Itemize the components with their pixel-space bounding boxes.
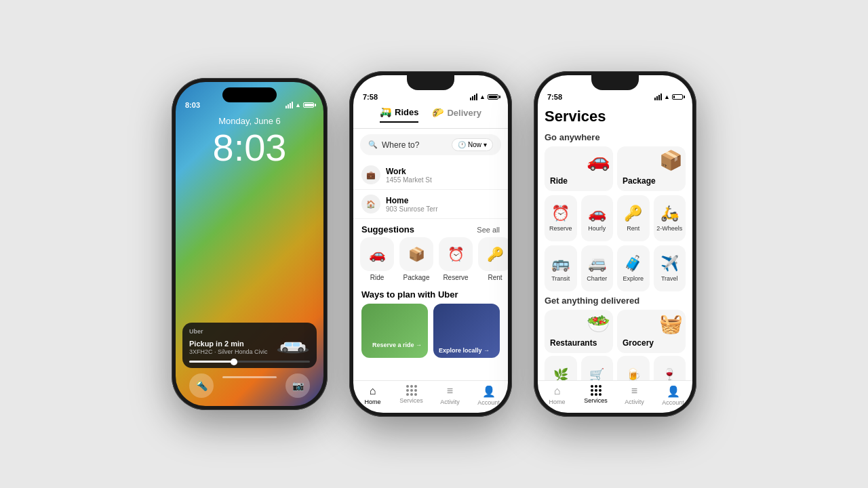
sugg-reserve[interactable]: ⏰ Reserve xyxy=(439,237,473,281)
wifi-icon-services: ▲ xyxy=(664,94,670,100)
work-icon: 💼 xyxy=(361,165,380,184)
clock-icon: 🕐 xyxy=(458,141,466,148)
grocery-big-icon: 🧺 xyxy=(659,312,683,335)
notif-title: Pickup in 2 min xyxy=(189,340,268,348)
nav-activity-services[interactable]: ≡ Activity xyxy=(615,385,654,406)
home-nav-label: Home xyxy=(364,399,380,405)
transit-small-icon: 🚌 xyxy=(551,255,570,272)
sugg-rent[interactable]: 🔑 Rent xyxy=(478,237,508,281)
delivery-small-4[interactable]: 🍷 xyxy=(654,356,686,380)
account-nav-icon: 👤 xyxy=(482,385,496,398)
delivery-big-cards: Restaurants 🥗 Grocery 🧺 xyxy=(545,310,686,353)
hourly-small-label: Hourly xyxy=(588,225,606,232)
lock-date: Monday, June 6 xyxy=(176,116,323,126)
chevron-down-icon: ▾ xyxy=(484,141,487,148)
progress-fill xyxy=(189,361,231,363)
torch-button[interactable]: 🔦 xyxy=(189,373,214,398)
services-nav-label: Services xyxy=(399,397,423,404)
delivery-small-1[interactable]: 🌿 xyxy=(545,356,577,380)
bottom-nav-services: ⌂ Home Services ≡ Activity 👤 xyxy=(538,380,692,413)
status-time: 8:03 xyxy=(185,101,200,109)
ways-card-reserve[interactable]: Reserve a ride → xyxy=(361,304,428,358)
services-big-cards: Ride 🚗 Package 📦 xyxy=(545,146,686,191)
transit-small-label: Transit xyxy=(551,275,570,282)
delivery-small-3[interactable]: 🍺 xyxy=(617,356,650,380)
home-info: Home 903 Sunrose Terr xyxy=(386,196,500,213)
svg-rect-4 xyxy=(293,343,300,347)
nav-home-services[interactable]: ⌂ Home xyxy=(538,385,576,406)
camera-button[interactable]: 📷 xyxy=(285,373,310,398)
destination-work[interactable]: 💼 Work 1455 Market St xyxy=(353,161,508,190)
ways-card-explore[interactable]: Explore locally → xyxy=(433,304,500,358)
sugg-rent-label: Rent xyxy=(488,274,502,281)
search-bar[interactable]: 🔍 Where to? 🕐 Now ▾ xyxy=(360,134,501,155)
work-name: Work xyxy=(386,167,500,176)
sugg-package[interactable]: 📦 Package xyxy=(399,237,433,281)
phone-lockscreen: 8:03 ▲ Monday, June 6 8:03 xyxy=(172,78,328,410)
ways-title: Ways to plan with Uber xyxy=(361,289,500,300)
nav-services-rides[interactable]: Services xyxy=(392,385,431,406)
status-time-services: 7:58 xyxy=(547,93,562,101)
destination-home[interactable]: 🏠 Home 903 Sunrose Terr xyxy=(353,190,508,219)
sugg-reserve-icon: ⏰ xyxy=(439,237,473,271)
nav-home-rides[interactable]: ⌂ Home xyxy=(353,385,392,406)
reserve-small-card[interactable]: ⏰ Reserve xyxy=(545,195,577,241)
see-all-button[interactable]: See all xyxy=(477,226,500,234)
ways-section: Ways to plan with Uber Reserve a ride → … xyxy=(353,287,508,361)
uber-notification[interactable]: Uber Pickup in 2 min 3XFH2C · Silver Hon… xyxy=(182,323,317,368)
services-content: Services Go anywhere Ride 🚗 Package 📦 xyxy=(538,102,692,380)
restaurants-big-card[interactable]: Restaurants 🥗 xyxy=(545,310,613,353)
sugg-ride[interactable]: 🚗 Ride xyxy=(360,237,394,281)
wifi-icon-rides: ▲ xyxy=(479,94,486,100)
delivery-small-2[interactable]: 🛒 xyxy=(581,356,614,380)
activity-nav-icon: ≡ xyxy=(447,385,453,397)
ride-big-label: Ride xyxy=(550,176,568,186)
twowheels-small-label: 2-Wheels xyxy=(656,225,682,232)
grocery-big-card[interactable]: Grocery 🧺 xyxy=(617,310,686,353)
services-nav-icon-s xyxy=(591,385,601,396)
now-label: Now xyxy=(468,141,481,148)
nav-account-services[interactable]: 👤 Account xyxy=(654,385,692,406)
home-indicator xyxy=(222,376,277,378)
hourly-small-icon: 🚗 xyxy=(588,205,606,222)
ride-big-card[interactable]: Ride 🚗 xyxy=(545,146,613,191)
notif-app-name: Uber xyxy=(189,328,310,335)
suggestions-header: Suggestions See all xyxy=(353,219,508,237)
phone-rides: 7:58 ▲ 🛺 Ri xyxy=(349,71,512,417)
package-big-card[interactable]: Package 📦 xyxy=(617,146,686,191)
activity-nav-label: Activity xyxy=(440,399,460,405)
hourly-small-card[interactable]: 🚗 Hourly xyxy=(581,195,614,241)
uber-car-image xyxy=(276,338,310,357)
nav-account-rides[interactable]: 👤 Account xyxy=(469,385,508,406)
travel-small-card[interactable]: ✈️ Travel xyxy=(654,245,686,291)
transit-small-card[interactable]: 🚌 Transit xyxy=(545,245,577,291)
account-nav-icon-s: 👤 xyxy=(667,385,680,398)
rides-screen: 7:58 ▲ 🛺 Ri xyxy=(353,75,508,413)
lock-bottom-area: Uber Pickup in 2 min 3XFH2C · Silver Hon… xyxy=(176,323,323,406)
rent-small-label: Rent xyxy=(627,225,639,232)
now-button[interactable]: 🕐 Now ▾ xyxy=(452,138,493,151)
services-small-row1: ⏰ Reserve 🚗 Hourly 🔑 Rent 🛵 2-Wheels xyxy=(545,195,686,241)
tab-delivery[interactable]: 🌮 Delivery xyxy=(432,106,481,123)
uber-progress-bar xyxy=(189,361,310,363)
twowheels-small-card[interactable]: 🛵 2-Wheels xyxy=(654,195,686,241)
get-anything-title: Get anything delivered xyxy=(545,296,686,306)
bottom-nav-rides: ⌂ Home Services ≡ Activity 👤 xyxy=(353,380,508,413)
rent-small-card[interactable]: 🔑 Rent xyxy=(617,195,650,241)
services-small-row2: 🚌 Transit 🚐 Charter 🧳 Explore ✈️ Travel xyxy=(545,245,686,291)
charter-small-icon: 🚐 xyxy=(588,255,606,272)
card-content: Reserve a ride → xyxy=(367,309,422,352)
sugg-ride-label: Ride xyxy=(370,274,384,281)
nav-services-services[interactable]: Services xyxy=(576,385,615,406)
delivery-tab-label: Delivery xyxy=(447,108,481,118)
charter-small-card[interactable]: 🚐 Charter xyxy=(581,245,614,291)
sugg-package-icon: 📦 xyxy=(399,237,433,271)
notif-text: Pickup in 2 min 3XFH2C · Silver Honda Ci… xyxy=(189,340,268,355)
tab-rides[interactable]: 🛺 Rides xyxy=(380,106,418,123)
grocery-big-label: Grocery xyxy=(623,338,654,348)
work-info: Work 1455 Market St xyxy=(386,167,500,184)
nav-activity-rides[interactable]: ≡ Activity xyxy=(431,385,469,406)
explore-small-card[interactable]: 🧳 Explore xyxy=(617,245,650,291)
search-icon: 🔍 xyxy=(368,140,378,149)
svg-rect-3 xyxy=(285,343,292,347)
